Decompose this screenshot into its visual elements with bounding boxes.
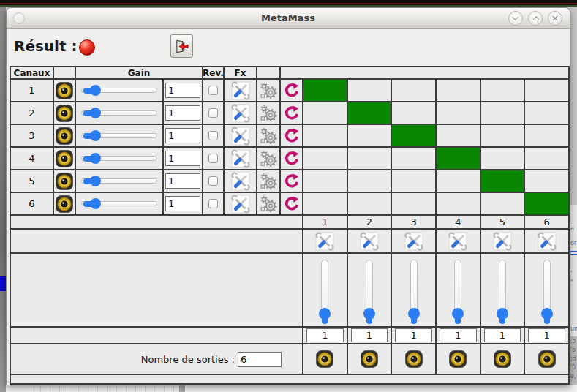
maximize-button[interactable] [528, 11, 543, 26]
refresh-button[interactable] [281, 170, 303, 193]
gain-slider[interactable] [81, 130, 157, 142]
exit-button[interactable] [170, 34, 193, 58]
channel-speaker-button[interactable] [54, 193, 76, 216]
matrix-cell[interactable] [392, 125, 437, 148]
output-slider-handle[interactable] [497, 308, 508, 320]
matrix-cell[interactable] [481, 102, 526, 125]
matrix-cell[interactable] [437, 125, 481, 148]
rev-checkbox[interactable] [208, 176, 218, 186]
output-volume-slider[interactable] [481, 254, 524, 326]
gain-input[interactable] [165, 196, 200, 211]
rev-checkbox[interactable] [208, 154, 218, 163]
gain-input[interactable] [165, 151, 200, 166]
output-value-input[interactable] [484, 328, 521, 342]
matrix-cell[interactable] [437, 193, 481, 216]
output-volume-slider[interactable] [392, 254, 435, 326]
minimize-button[interactable] [508, 11, 523, 26]
matrix-cell[interactable] [348, 125, 393, 148]
output-slider-handle[interactable] [408, 308, 420, 320]
matrix-cell[interactable] [392, 102, 437, 125]
matrix-cell[interactable] [348, 193, 393, 216]
matrix-cell[interactable] [303, 80, 348, 102]
fx-tools-button[interactable] [225, 170, 257, 193]
output-volume-slider[interactable] [525, 254, 568, 326]
gain-slider-handle[interactable] [90, 153, 101, 164]
fx-tools-button[interactable] [225, 148, 257, 170]
fx-tools-button[interactable] [225, 125, 257, 148]
output-fx-tools-button[interactable] [481, 230, 526, 254]
gain-slider[interactable] [81, 153, 157, 165]
matrix-cell[interactable] [481, 148, 526, 170]
gain-slider-handle[interactable] [90, 108, 101, 118]
matrix-cell[interactable] [437, 80, 481, 102]
fx-gears-button[interactable] [257, 125, 281, 148]
output-speaker-button[interactable] [303, 344, 348, 375]
output-fx-tools-button[interactable] [437, 230, 481, 254]
output-value-input[interactable] [351, 328, 388, 342]
matrix-cell[interactable] [437, 148, 481, 170]
channel-speaker-button[interactable] [54, 80, 76, 102]
matrix-cell[interactable] [303, 102, 348, 125]
output-volume-slider[interactable] [303, 254, 347, 326]
output-speaker-button[interactable] [481, 344, 526, 375]
output-value-input[interactable] [306, 328, 344, 342]
matrix-cell[interactable] [481, 170, 526, 193]
fx-gears-button[interactable] [257, 193, 281, 216]
output-fx-tools-button[interactable] [392, 230, 437, 254]
matrix-cell[interactable] [437, 102, 481, 125]
rev-checkbox[interactable] [208, 108, 218, 118]
fx-gears-button[interactable] [257, 170, 281, 193]
gain-slider[interactable] [81, 176, 157, 187]
matrix-cell[interactable] [525, 170, 570, 193]
output-slider-handle[interactable] [319, 308, 331, 320]
matrix-cell[interactable] [525, 125, 570, 148]
matrix-cell[interactable] [481, 193, 526, 216]
fx-gears-button[interactable] [257, 80, 281, 102]
output-fx-tools-button[interactable] [348, 230, 393, 254]
close-button[interactable]: × [548, 11, 562, 26]
output-value-input[interactable] [395, 328, 432, 342]
output-slider-handle[interactable] [452, 308, 464, 320]
matrix-cell[interactable] [392, 80, 437, 102]
matrix-cell[interactable] [348, 170, 393, 193]
output-speaker-button[interactable] [392, 344, 437, 375]
refresh-button[interactable] [281, 102, 303, 125]
channel-speaker-button[interactable] [54, 125, 76, 148]
fx-gears-button[interactable] [257, 102, 281, 125]
matrix-cell[interactable] [525, 102, 570, 125]
gain-input[interactable] [165, 105, 200, 121]
refresh-button[interactable] [281, 148, 303, 170]
matrix-cell[interactable] [481, 80, 526, 102]
window-menu-icon[interactable] [13, 12, 25, 24]
matrix-cell[interactable] [392, 170, 437, 193]
matrix-cell[interactable] [392, 193, 437, 216]
matrix-cell[interactable] [525, 80, 570, 102]
matrix-cell[interactable] [348, 102, 393, 125]
matrix-cell[interactable] [525, 193, 570, 216]
matrix-cell[interactable] [348, 80, 393, 102]
refresh-button[interactable] [281, 80, 303, 102]
fx-tools-button[interactable] [225, 193, 257, 216]
refresh-button[interactable] [281, 125, 303, 148]
matrix-cell[interactable] [392, 148, 437, 170]
channel-speaker-button[interactable] [54, 102, 76, 125]
output-fx-tools-button[interactable] [525, 230, 570, 254]
titlebar[interactable]: MetaMass × [7, 8, 570, 29]
gain-input[interactable] [165, 128, 200, 143]
gain-slider-handle[interactable] [90, 130, 101, 141]
output-volume-slider[interactable] [348, 254, 391, 326]
output-speaker-button[interactable] [525, 344, 570, 375]
matrix-cell[interactable] [481, 125, 526, 148]
rev-checkbox[interactable] [208, 131, 218, 140]
output-slider-handle[interactable] [541, 308, 553, 320]
matrix-cell[interactable] [303, 125, 348, 148]
gain-input[interactable] [165, 173, 200, 189]
gain-slider[interactable] [81, 108, 157, 119]
channel-speaker-button[interactable] [54, 170, 76, 193]
output-speaker-button[interactable] [348, 344, 393, 375]
channel-speaker-button[interactable] [54, 148, 76, 170]
gain-slider-handle[interactable] [90, 198, 101, 209]
fx-tools-button[interactable] [225, 80, 257, 102]
matrix-cell[interactable] [303, 193, 348, 216]
rev-checkbox[interactable] [208, 86, 218, 95]
